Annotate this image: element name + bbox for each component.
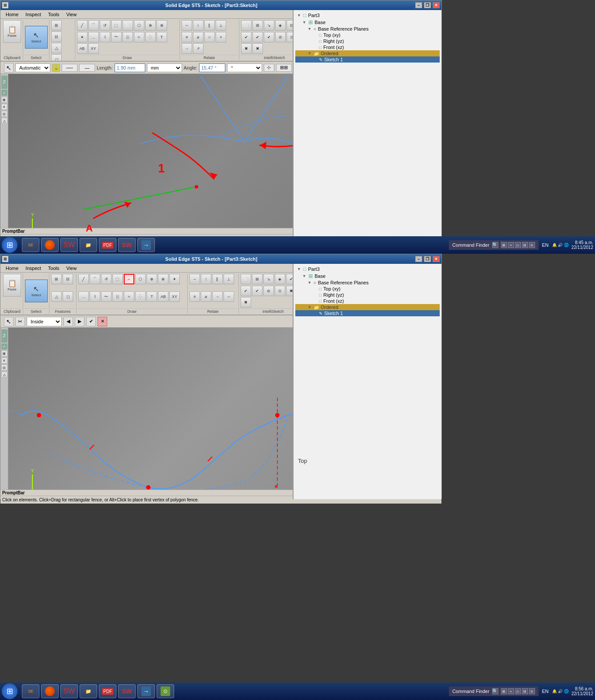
tree-item-top-xy-bot[interactable]: □ Top (xy) xyxy=(295,286,440,292)
cmd-btn-5[interactable]: ⊙ xyxy=(529,242,535,248)
draw-btn-bot-10[interactable]: … xyxy=(78,291,89,302)
tree-item-part3-bot[interactable]: ▼ □ Part3 xyxy=(295,266,440,273)
tree-item-front-xz[interactable]: □ Front (xz) xyxy=(295,44,440,50)
rel-btn-bot-3[interactable]: ∥ xyxy=(212,274,223,284)
select-btn-bot[interactable]: ↖ Select xyxy=(25,280,48,302)
cmd-btn-1[interactable]: ⊞ xyxy=(501,242,507,248)
feature-btn-top-4[interactable]: ◎ xyxy=(1,111,7,117)
is-btn-2[interactable]: ⊞ xyxy=(252,20,263,31)
draw-btn-16[interactable]: T xyxy=(157,32,167,42)
feat-btn-bot-3[interactable]: △ xyxy=(51,291,62,302)
draw-btn-bot-3[interactable]: ↺ xyxy=(101,274,112,284)
is-btn-bot-3[interactable]: ↘ xyxy=(263,274,274,284)
angle-input-top[interactable] xyxy=(199,63,225,72)
draw-btn-bot-11[interactable]: ⌇ xyxy=(90,291,100,302)
rel-btn-8[interactable]: × xyxy=(216,32,226,42)
menu-home-top[interactable]: Home xyxy=(2,11,22,18)
is-btn-1[interactable]: ⬜ xyxy=(241,20,252,31)
draw-btn-bot-4[interactable]: ⬚ xyxy=(112,274,123,284)
taskbar-ff-bot[interactable] xyxy=(41,684,59,698)
taskbar-folder-bot[interactable]: 📁 xyxy=(80,684,97,698)
feature-btn-bot-4[interactable]: △ xyxy=(1,371,7,378)
feat-btn-bot-2[interactable]: ⊟ xyxy=(63,274,73,284)
cmd-finder-search-icon-bot[interactable]: 🔍 xyxy=(492,688,498,694)
draw-btn-8[interactable]: ⊗ xyxy=(157,20,167,31)
is-btn-3[interactable]: ↘ xyxy=(264,20,274,31)
taskbar-item-se-mid[interactable]: SE xyxy=(22,238,39,252)
draw-btn-bot-16[interactable]: T xyxy=(147,291,157,302)
cmd-btn-bot-5[interactable]: ⊙ xyxy=(529,688,535,694)
tree-item-right-yz-bot[interactable]: □ Right (yz) xyxy=(295,292,440,298)
rel-btn-bot-6[interactable]: ⌀ xyxy=(201,291,211,302)
restore-btn-top[interactable]: ❐ xyxy=(424,2,431,8)
rel-btn-bot-4[interactable]: ⊥ xyxy=(224,274,234,284)
draw-btn-bot-12[interactable]: 〜 xyxy=(101,291,112,302)
tree-item-sketch1-bot[interactable]: ✎ Sketch 1 xyxy=(295,310,440,316)
cmd-btn-bot-1[interactable]: ⊞ xyxy=(501,688,507,694)
rel-btn-4[interactable]: ⊥ xyxy=(216,20,226,31)
draw-btn-3[interactable]: ↺ xyxy=(100,20,110,31)
feature-btn-bot-1[interactable]: ⊞ xyxy=(1,350,7,357)
tree-item-top-xy[interactable]: □ Top (xy) xyxy=(295,32,440,38)
minimize-btn-bottom[interactable]: – xyxy=(415,256,422,262)
close-btn-top[interactable]: ✕ xyxy=(433,2,440,8)
minimize-btn-top[interactable]: – xyxy=(415,2,422,8)
start-btn-mid[interactable]: ⊞ xyxy=(2,237,18,253)
feature-btn-bot-2[interactable]: ≡ xyxy=(1,357,7,364)
is-btn-9[interactable]: ⊘ xyxy=(275,32,286,42)
draw-btn-2[interactable]: ⌒ xyxy=(88,20,99,31)
cmd-btn-bot-3[interactable]: ▷ xyxy=(515,688,521,694)
cancel-btn[interactable]: ✕ xyxy=(98,317,107,326)
draw-btn-bot-15[interactable]: ⁛ xyxy=(135,291,146,302)
is-btn-4[interactable]: ◈ xyxy=(275,20,286,31)
start-btn-bottom[interactable]: ⊞ xyxy=(2,683,18,699)
draw-btn-bot-13[interactable]: ⌻ xyxy=(112,291,123,302)
cmd-btn-bot-4[interactable]: ⊟ xyxy=(522,688,528,694)
cmd-btn-3[interactable]: ▷ xyxy=(515,242,521,248)
rel-btn-bot-1[interactable]: ↔ xyxy=(189,274,200,284)
tree-item-right-yz[interactable]: □ Right (yz) xyxy=(295,38,440,44)
cmd-btn-bot-2[interactable]: × xyxy=(508,688,514,694)
taskbar-item-ff-mid[interactable] xyxy=(41,238,59,252)
feat-btn-1[interactable]: ⊞ xyxy=(51,20,62,31)
taskbar-item-folder-mid[interactable]: 📁 xyxy=(80,238,97,252)
draw-btn-bot-18[interactable]: XY xyxy=(169,291,180,302)
tree-item-ordered-bot[interactable]: ▼ 📁 Ordered xyxy=(295,304,440,310)
draw-btn-12[interactable]: 〜 xyxy=(111,32,122,42)
feature-library-btn-bot[interactable]: FL xyxy=(1,329,7,343)
taskbar-item-sw-mid[interactable]: SW xyxy=(60,238,78,252)
is-btn-bot-2[interactable]: ⊞ xyxy=(252,274,262,284)
draw-btn-18[interactable]: XY xyxy=(88,43,99,54)
feature-btn-bot-3[interactable]: ◎ xyxy=(1,364,7,371)
rel-btn-bot-2[interactable]: ↕ xyxy=(201,274,211,284)
taskbar-extra-bot[interactable]: ⊙ xyxy=(157,684,174,698)
is-btn-bot-11[interactable]: ✖ xyxy=(241,297,251,308)
feature-btn-top-3[interactable]: ≡ xyxy=(1,104,7,110)
menu-tools-top[interactable]: Tools xyxy=(45,11,63,18)
taskbar-item-pdf-mid[interactable]: PDF xyxy=(99,238,116,252)
is-btn-bot-9[interactable]: ⊙ xyxy=(275,286,285,296)
tree-item-ordered[interactable]: ▼ 📁 Ordered xyxy=(295,50,440,56)
select-btn[interactable]: ↖ Select xyxy=(25,26,48,49)
draw-btn-bot-9[interactable]: ✦ xyxy=(169,274,180,284)
taskbar-se-bot[interactable]: SE xyxy=(22,684,39,698)
feat-btn-2[interactable]: ⊟ xyxy=(51,32,62,42)
rel-btn-bot-5[interactable]: ≡ xyxy=(189,291,200,302)
snap-btn-top[interactable]: ⊹ xyxy=(264,64,274,72)
cmd-finder-search-icon[interactable]: 🔍 xyxy=(492,242,498,248)
is-btn-12[interactable]: ✖ xyxy=(252,43,263,54)
draw-btn-15[interactable]: ⁛ xyxy=(145,32,156,42)
restore-btn-bottom[interactable]: ❐ xyxy=(424,256,431,262)
draw-btn-1[interactable]: ╱ xyxy=(77,20,88,31)
taskbar-item-arrow-mid[interactable]: → xyxy=(137,238,155,252)
draw-btn-11[interactable]: ⌇ xyxy=(100,32,110,42)
feat-btn-bot-4[interactable]: ◻ xyxy=(63,291,73,302)
is-btn-8[interactable]: ✔ xyxy=(264,32,274,42)
draw-btn-bot-2[interactable]: ⌒ xyxy=(90,274,100,284)
cmd-btn-4[interactable]: ⊟ xyxy=(522,242,528,248)
is-btn-7[interactable]: ✔ xyxy=(252,32,263,42)
select-cursor-top[interactable]: ↖ xyxy=(4,63,14,73)
is-btn-bot-8[interactable]: ⊘ xyxy=(263,286,274,296)
mode-dropdown-top[interactable]: Automatic xyxy=(15,63,50,72)
select-cursor-bot[interactable]: ↖ xyxy=(4,317,14,326)
